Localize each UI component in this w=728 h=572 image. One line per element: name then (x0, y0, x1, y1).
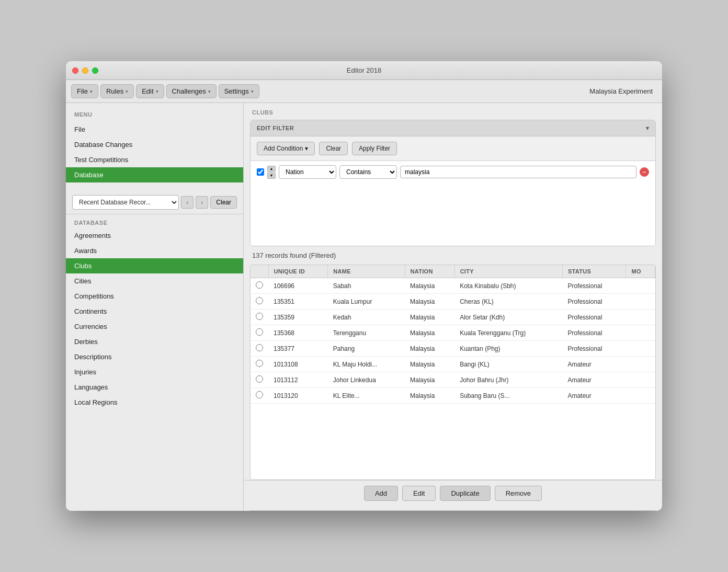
minimize-button[interactable] (82, 67, 88, 74)
sidebar-item-cities[interactable]: Cities (66, 273, 243, 289)
filter-operator-select[interactable]: Contains (339, 165, 397, 179)
row-select-radio[interactable] (256, 313, 263, 320)
sidebar-item-database[interactable]: Database (66, 167, 243, 182)
cell-status: Professional (562, 310, 626, 325)
apply-filter-button[interactable]: Apply Filter (352, 142, 397, 155)
content-divider (250, 510, 656, 511)
sidebar-item-competitions[interactable]: Competitions (66, 289, 243, 304)
traffic-lights (72, 67, 98, 74)
cell-name: Pahang (328, 341, 405, 357)
table-row[interactable]: 106696 Sabah Malaysia Kota Kinabalu (Sbh… (251, 278, 655, 294)
edit-button[interactable]: Edit (402, 486, 436, 501)
filter-down-arrow[interactable]: ▼ (267, 173, 276, 179)
rules-menu-button[interactable]: Rules ▾ (100, 84, 134, 98)
row-select-radio[interactable] (256, 344, 263, 351)
cell-mo (626, 310, 655, 325)
row-select-radio[interactable] (256, 328, 263, 336)
cell-name: Terengganu (328, 325, 405, 341)
menubar-buttons: File ▾ Rules ▾ Edit ▾ Challenges ▾ Setti… (71, 84, 259, 98)
nav-next-button[interactable]: › (196, 196, 208, 209)
cell-name: Sabah (328, 278, 405, 294)
main-window: Editor 2018 File ▾ Rules ▾ Edit ▾ Challe… (66, 61, 662, 511)
cell-status: Amateur (562, 388, 626, 404)
col-status: STATUS (562, 265, 626, 278)
cell-name: KL Maju Holdi... (328, 357, 405, 372)
sidebar-item-continents[interactable]: Continents (66, 304, 243, 319)
remove-button[interactable]: Remove (495, 486, 542, 501)
sidebar-item-local-regions[interactable]: Local Regions (66, 395, 243, 410)
sidebar-item-languages[interactable]: Languages (66, 380, 243, 395)
cell-city: Bangi (KL) (454, 357, 562, 372)
sidebar-item-clubs[interactable]: Clubs (66, 258, 243, 273)
row-select-radio[interactable] (256, 391, 263, 398)
table-header-row: UNIQUE ID NAME NATION CITY STATUS MO (251, 265, 655, 278)
table-row[interactable]: 1013108 KL Maju Holdi... Malaysia Bangi … (251, 357, 655, 372)
cell-city: Kuala Terengganu (Trg) (454, 325, 562, 341)
add-button[interactable]: Add (364, 486, 398, 501)
sidebar-item-currencies[interactable]: Currencies (66, 319, 243, 334)
cell-status: Professional (562, 278, 626, 294)
filter-empty-space (251, 183, 655, 246)
cell-name: KL Elite... (328, 388, 405, 404)
filter-remove-button[interactable]: − (640, 167, 649, 177)
sidebar-item-test-competitions[interactable]: Test Competitions (66, 152, 243, 167)
col-name: NAME (328, 265, 405, 278)
cell-nation: Malaysia (405, 278, 454, 294)
challenges-menu-button[interactable]: Challenges ▾ (166, 84, 217, 98)
filter-condition-checkbox[interactable] (257, 168, 264, 176)
cell-mo (626, 357, 655, 372)
table-row[interactable]: 135377 Pahang Malaysia Kuantan (Phg) Pro… (251, 341, 655, 357)
col-city: CITY (454, 265, 562, 278)
table-row[interactable]: 135359 Kedah Malaysia Alor Setar (Kdh) P… (251, 310, 655, 325)
edit-menu-chevron: ▾ (156, 89, 158, 94)
cell-nation: Malaysia (405, 372, 454, 388)
table-row[interactable]: 135368 Terengganu Malaysia Kuala Terengg… (251, 325, 655, 341)
table-row[interactable]: 135351 Kuala Lumpur Malaysia Cheras (KL)… (251, 294, 655, 310)
sidebar-item-awards[interactable]: Awards (66, 243, 243, 258)
results-table-container[interactable]: UNIQUE ID NAME NATION CITY STATUS MO 106… (250, 265, 656, 480)
sidebar: MENU File Database Changes Test Competit… (66, 103, 244, 511)
recent-records-select[interactable]: Recent Database Recor... (72, 195, 179, 210)
sidebar-item-descriptions[interactable]: Descriptions (66, 349, 243, 364)
close-button[interactable] (72, 67, 78, 74)
row-select-radio[interactable] (256, 281, 263, 289)
cell-nation: Malaysia (405, 294, 454, 310)
rules-menu-chevron: ▾ (126, 89, 128, 94)
clear-filter-button[interactable]: Clear (319, 142, 348, 155)
main-layout: MENU File Database Changes Test Competit… (66, 103, 662, 511)
settings-menu-chevron: ▾ (251, 89, 254, 94)
file-menu-button[interactable]: File ▾ (71, 84, 98, 98)
sidebar-item-file[interactable]: File (66, 122, 243, 137)
sidebar-item-database-changes[interactable]: Database Changes (66, 137, 243, 152)
cell-city: Johor Bahru (Jhr) (454, 372, 562, 388)
filter-header: EDIT FILTER ▾ (251, 120, 655, 136)
row-select-radio[interactable] (256, 375, 263, 383)
results-summary: 137 records found (Filtered) (244, 246, 662, 265)
filter-field-select[interactable]: Nation (279, 165, 336, 179)
sidebar-item-agreements[interactable]: Agreements (66, 228, 243, 243)
sidebar-item-injuries[interactable]: Injuries (66, 364, 243, 380)
database-section-label: DATABASE (66, 214, 243, 228)
cell-id: 135368 (268, 325, 328, 341)
filter-up-arrow[interactable]: ▲ (267, 166, 276, 172)
cell-mo (626, 372, 655, 388)
add-condition-button[interactable]: Add Condition ▾ (257, 142, 315, 155)
filter-value-input[interactable] (400, 166, 636, 178)
content-section-label: CLUBS (244, 103, 662, 120)
table-row[interactable]: 1013120 KL Elite... Malaysia Subang Baru… (251, 388, 655, 404)
filter-toggle-icon[interactable]: ▾ (646, 124, 649, 132)
nav-clear-button[interactable]: Clear (210, 196, 237, 209)
sidebar-item-derbies[interactable]: Derbies (66, 334, 243, 349)
filter-container: EDIT FILTER ▾ Add Condition ▾ Clear Appl… (250, 120, 656, 246)
duplicate-button[interactable]: Duplicate (440, 486, 490, 501)
edit-menu-button[interactable]: Edit ▾ (136, 84, 164, 98)
settings-menu-button[interactable]: Settings ▾ (219, 84, 259, 98)
table-row[interactable]: 1013112 Johor Linkedua Malaysia Johor Ba… (251, 372, 655, 388)
cell-id: 106696 (268, 278, 328, 294)
cell-id: 1013120 (268, 388, 328, 404)
nav-prev-button[interactable]: ‹ (181, 196, 194, 209)
maximize-button[interactable] (92, 67, 98, 74)
row-select-radio[interactable] (256, 297, 263, 304)
row-select-radio[interactable] (256, 360, 263, 367)
menubar: File ▾ Rules ▾ Edit ▾ Challenges ▾ Setti… (66, 80, 662, 103)
